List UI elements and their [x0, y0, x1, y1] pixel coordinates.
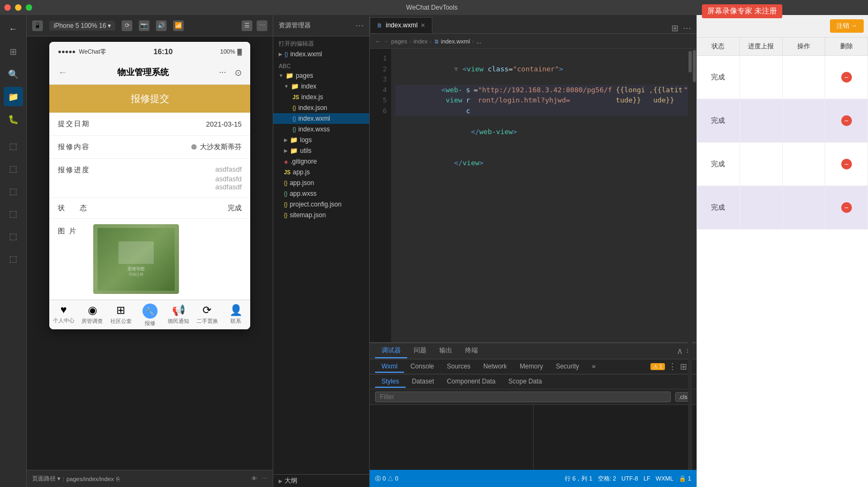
- filetree-index[interactable]: ▼ 📁 index: [273, 81, 369, 92]
- content-tab-styles[interactable]: Styles: [375, 376, 406, 388]
- more-icon[interactable]: ⋯: [261, 475, 267, 482]
- nav-exchange[interactable]: ⟳ 二手置换: [193, 304, 222, 327]
- vertical-scrollbar[interactable]: [692, 49, 697, 342]
- nav-back[interactable]: ←: [58, 67, 68, 78]
- subtab-security[interactable]: Security: [549, 361, 585, 373]
- more-icon[interactable]: ⋯: [683, 23, 691, 33]
- nav-repair[interactable]: 🔧 报修: [136, 304, 164, 327]
- filetree-utils[interactable]: ▶ 📁 utils: [273, 145, 369, 156]
- filetree-item-indexwxml-open[interactable]: ▶ {} index.wxml: [273, 49, 369, 60]
- delete-btn-3[interactable]: −: [841, 159, 852, 169]
- subtab-more[interactable]: »: [586, 361, 602, 373]
- repair-submit-button[interactable]: 报修提交: [49, 85, 250, 113]
- sim-icon-more1[interactable]: ☰: [242, 20, 252, 31]
- sim-screenshot[interactable]: 📷: [139, 20, 149, 31]
- sidebar-item3[interactable]: ⬚: [4, 181, 23, 201]
- image-thumbnail[interactable]: 思维导图 详细注释: [93, 224, 179, 294]
- sim-icon-more2[interactable]: ⋯: [257, 20, 267, 31]
- filetree-projectconfig[interactable]: {} project.config.json: [273, 199, 369, 210]
- devtools-tab-issues[interactable]: 问题: [407, 344, 433, 358]
- filetree-appjs[interactable]: JS app.js: [273, 167, 369, 178]
- nav-circle[interactable]: ⊙: [235, 68, 242, 78]
- filetree-indexwxss[interactable]: {} index.wxss: [273, 124, 369, 135]
- inject-button[interactable]: 注销 →: [830, 19, 864, 33]
- sidebar-item5[interactable]: ⬚: [4, 226, 23, 246]
- sidebar-back[interactable]: ←: [4, 19, 23, 39]
- filetree-sitemap[interactable]: {} sitemap.json: [273, 210, 369, 220]
- subtab-network[interactable]: Network: [477, 361, 513, 373]
- sim-audio[interactable]: 🔊: [156, 20, 167, 31]
- window-controls[interactable]: [4, 4, 32, 11]
- sim-wifi[interactable]: 📶: [173, 20, 184, 31]
- expand-icon[interactable]: ∧: [677, 346, 683, 356]
- minimize-button[interactable]: [15, 4, 21, 11]
- layout-icon[interactable]: ⊞: [671, 23, 678, 33]
- row2-delete[interactable]: −: [825, 99, 868, 142]
- device-selector[interactable]: iPhone 5 100% 16 ▾: [49, 21, 115, 31]
- copy-icon[interactable]: ⎘: [116, 476, 120, 482]
- breadcrumb-nav-fwd[interactable]: →: [383, 38, 389, 45]
- content-tab-dataset[interactable]: Dataset: [406, 376, 440, 388]
- sidebar-debug[interactable]: 🐛: [4, 109, 23, 129]
- tab-close-button[interactable]: ×: [421, 21, 425, 29]
- filetree-appwxss[interactable]: {} app.wxss: [273, 188, 369, 199]
- tab-filename: index.wxml: [386, 21, 417, 29]
- sidebar-item1[interactable]: ⬚: [4, 136, 23, 156]
- devtools-tab-output[interactable]: 输出: [433, 344, 459, 358]
- devtools-tab-terminal[interactable]: 终端: [459, 344, 484, 358]
- filetree-pages[interactable]: ▼ 📁 pages: [273, 70, 369, 81]
- content-tab-scope[interactable]: Scope Data: [502, 376, 549, 388]
- breadcrumb-nav-back[interactable]: ←: [375, 38, 381, 45]
- filetree-gitignore[interactable]: ◈ .gitignore: [273, 156, 369, 167]
- maximize-button[interactable]: [26, 4, 32, 11]
- sidebar-item4[interactable]: ⬚: [4, 204, 23, 223]
- sidebar-search[interactable]: 🔍: [4, 64, 23, 84]
- filetree-appjson[interactable]: {} app.json: [273, 178, 369, 188]
- nav-contact[interactable]: 👤 联系: [221, 304, 250, 327]
- breadcrumb-pages[interactable]: pages: [391, 38, 407, 45]
- subtab-wxml[interactable]: Wxml: [375, 361, 404, 373]
- filetree-indexjson[interactable]: {} index.json: [273, 102, 369, 113]
- code-content[interactable]: ▼ <view class="container"> <web-view src…: [391, 49, 692, 342]
- sim-icon1[interactable]: 📱: [32, 20, 43, 31]
- filetree-outline[interactable]: ▶ 大纲: [273, 474, 369, 487]
- filetree-indexwxml[interactable]: {} index.wxml: [273, 113, 369, 124]
- devtools-tab-debugger[interactable]: 调试器: [375, 344, 407, 358]
- breadcrumb-file[interactable]: 🗎 index.wxml: [434, 38, 470, 45]
- filetree-indexjs[interactable]: JS index.js: [273, 92, 369, 102]
- code-editor[interactable]: 1 2 3 4 5 6 ▼ <view class="container">: [370, 49, 697, 342]
- phone-bottom-nav: ♥ 个人中心 ◉ 房管调查 ⊞ 社区公套 🔧: [49, 300, 250, 329]
- dock-icon[interactable]: ⊞: [680, 361, 687, 372]
- row1-delete[interactable]: −: [825, 56, 868, 99]
- sep2: ›: [430, 38, 432, 45]
- filter-input[interactable]: [375, 392, 671, 402]
- breadcrumb-more[interactable]: ...: [476, 38, 481, 45]
- subtab-sources[interactable]: Sources: [440, 361, 477, 373]
- nav-survey[interactable]: ◉ 房管调查: [78, 304, 107, 327]
- sidebar-files[interactable]: 📁: [4, 87, 23, 106]
- delete-btn-4[interactable]: −: [841, 202, 852, 213]
- close-button[interactable]: [4, 4, 11, 11]
- file-tree-more[interactable]: ⋯: [355, 20, 364, 31]
- tab-indexwxml[interactable]: 🗎 index.wxml ×: [370, 17, 432, 33]
- breadcrumb-index[interactable]: index: [414, 38, 428, 45]
- sidebar-item6[interactable]: ⬚: [4, 249, 23, 268]
- subtab-console[interactable]: Console: [404, 361, 440, 373]
- sidebar-home[interactable]: ⊞: [4, 42, 23, 61]
- delete-btn-1[interactable]: −: [841, 72, 852, 83]
- sidebar-item2[interactable]: ⬚: [4, 159, 23, 178]
- eye-icon[interactable]: 👁: [251, 475, 257, 482]
- sim-rotate[interactable]: ⟳: [122, 20, 132, 31]
- nav-personal[interactable]: ♥ 个人中心: [49, 304, 78, 327]
- content-tab-component[interactable]: Component Data: [440, 376, 502, 388]
- settings-icon[interactable]: ⋮: [668, 361, 677, 372]
- delete-btn-2[interactable]: −: [841, 115, 852, 126]
- nav-notice[interactable]: 📢 德民通知: [164, 304, 193, 327]
- row3-delete[interactable]: −: [825, 143, 868, 186]
- nav-dots[interactable]: ···: [219, 68, 226, 78]
- nav-community[interactable]: ⊞ 社区公套: [107, 304, 136, 327]
- row4-delete[interactable]: −: [825, 186, 868, 229]
- subtab-memory[interactable]: Memory: [513, 361, 549, 373]
- filetree-logs[interactable]: ▶ 📁 logs: [273, 135, 369, 145]
- page-path[interactable]: 页面路径 ▾ | pages/index/index ⎘: [32, 475, 120, 483]
